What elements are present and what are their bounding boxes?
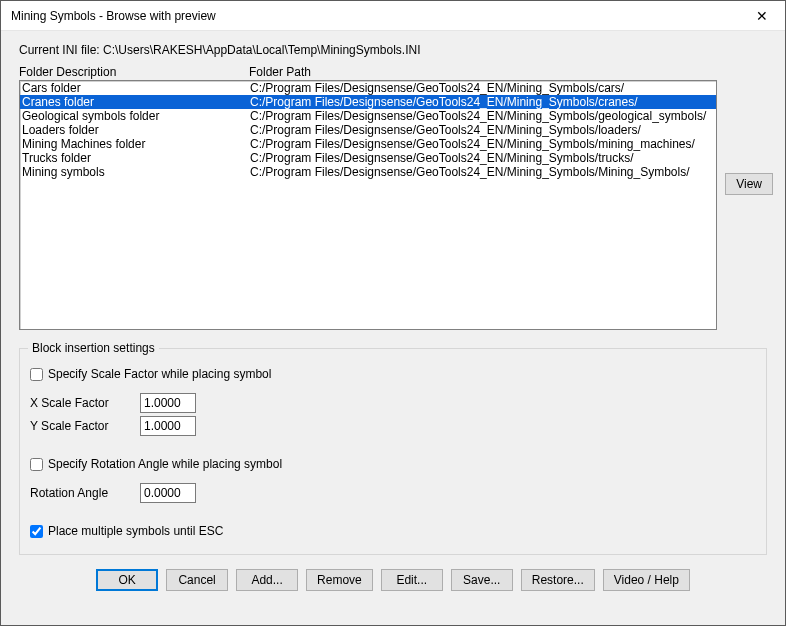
folder-list-section: Folder Description Folder Path Cars fold… [13,65,773,330]
view-button-wrap: View [725,173,773,195]
titlebar: Mining Symbols - Browse with preview ✕ [1,1,785,31]
video-help-button[interactable]: Video / Help [603,569,690,591]
view-button[interactable]: View [725,173,773,195]
folder-list-row[interactable]: Trucks folderC:/Program Files/Designsens… [20,151,716,165]
window-title: Mining Symbols - Browse with preview [11,9,739,23]
folder-desc-cell: Mining symbols [22,165,250,179]
folder-list-row[interactable]: Loaders folderC:/Program Files/Designsen… [20,123,716,137]
specify-rotation-label: Specify Rotation Angle while placing sym… [48,457,282,471]
specify-rotation-checkbox[interactable] [30,458,43,471]
folder-desc-header: Folder Description [19,65,249,79]
folder-list-row[interactable]: Geological symbols folderC:/Program File… [20,109,716,123]
edit-button[interactable]: Edit... [381,569,443,591]
specify-scale-check[interactable]: Specify Scale Factor while placing symbo… [30,367,756,381]
place-multiple-checkbox[interactable] [30,525,43,538]
folder-desc-cell: Cars folder [22,81,250,95]
folder-list-row[interactable]: Mining Machines folderC:/Program Files/D… [20,137,716,151]
folder-path-cell: C:/Program Files/Designsense/GeoTools24_… [250,123,714,137]
add-button[interactable]: Add... [236,569,298,591]
mining-symbols-dialog: Mining Symbols - Browse with preview ✕ C… [0,0,786,626]
specify-scale-checkbox[interactable] [30,368,43,381]
folder-path-cell: C:/Program Files/Designsense/GeoTools24_… [250,109,714,123]
current-ini-label: Current INI file: C:\Users\RAKESH\AppDat… [13,43,773,57]
y-scale-row: Y Scale Factor [30,416,756,436]
folder-list-row[interactable]: Cranes folderC:/Program Files/Designsens… [20,95,716,109]
cancel-button[interactable]: Cancel [166,569,228,591]
rotation-row: Rotation Angle [30,483,756,503]
folder-path-cell: C:/Program Files/Designsense/GeoTools24_… [250,95,714,109]
folder-list-wrap: Folder Description Folder Path Cars fold… [19,65,717,330]
folder-path-cell: C:/Program Files/Designsense/GeoTools24_… [250,151,714,165]
y-scale-label: Y Scale Factor [30,419,134,433]
folder-list-headers: Folder Description Folder Path [19,65,717,79]
y-scale-input[interactable] [140,416,196,436]
folder-path-cell: C:/Program Files/Designsense/GeoTools24_… [250,137,714,151]
folder-path-cell: C:/Program Files/Designsense/GeoTools24_… [250,81,714,95]
folder-path-header: Folder Path [249,65,717,79]
folder-desc-cell: Geological symbols folder [22,109,250,123]
restore-button[interactable]: Restore... [521,569,595,591]
folder-list-row[interactable]: Mining symbolsC:/Program Files/Designsen… [20,165,716,179]
folder-desc-cell: Loaders folder [22,123,250,137]
ok-button[interactable]: OK [96,569,158,591]
remove-button[interactable]: Remove [306,569,373,591]
x-scale-row: X Scale Factor [30,393,756,413]
folder-desc-cell: Trucks folder [22,151,250,165]
button-row: OK Cancel Add... Remove Edit... Save... … [13,559,773,595]
specify-rotation-check[interactable]: Specify Rotation Angle while placing sym… [30,457,756,471]
block-insertion-group: Block insertion settings Specify Scale F… [19,348,767,555]
close-icon[interactable]: ✕ [739,1,785,31]
save-button[interactable]: Save... [451,569,513,591]
folder-desc-cell: Cranes folder [22,95,250,109]
folder-desc-cell: Mining Machines folder [22,137,250,151]
folder-listbox[interactable]: Cars folderC:/Program Files/Designsense/… [19,80,717,330]
rotation-input[interactable] [140,483,196,503]
place-multiple-check[interactable]: Place multiple symbols until ESC [30,524,756,538]
x-scale-label: X Scale Factor [30,396,134,410]
specify-scale-label: Specify Scale Factor while placing symbo… [48,367,271,381]
x-scale-input[interactable] [140,393,196,413]
folder-list-row[interactable]: Cars folderC:/Program Files/Designsense/… [20,81,716,95]
client-area: Current INI file: C:\Users\RAKESH\AppDat… [1,31,785,625]
place-multiple-label: Place multiple symbols until ESC [48,524,223,538]
group-legend: Block insertion settings [28,341,159,355]
folder-path-cell: C:/Program Files/Designsense/GeoTools24_… [250,165,714,179]
rotation-label: Rotation Angle [30,486,134,500]
